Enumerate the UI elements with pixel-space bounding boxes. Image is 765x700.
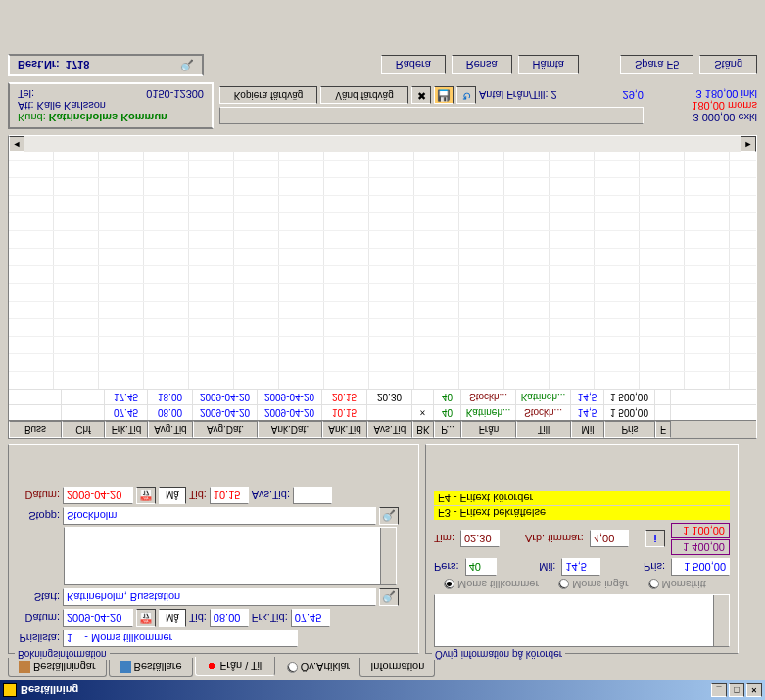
tab-bestallningar[interactable]: Beställningar [8,658,107,677]
scroll-right-icon[interactable]: ► [741,136,756,152]
avstid-input[interactable] [293,487,332,504]
scroll-left-icon[interactable]: ◄ [9,136,24,152]
column-header[interactable]: F [655,421,671,438]
cell: Katrineh... [461,405,516,420]
cell: 18.00 [148,390,193,404]
info-textarea[interactable] [434,594,730,647]
bestnr-value: 1718 [66,60,89,71]
tab-information[interactable]: Information [359,658,435,677]
cell [62,390,105,404]
bestnr-label: Best.Nr: [18,60,60,71]
copy-route-button[interactable]: Kopiera färdväg [219,87,317,105]
column-header[interactable]: Ank.Dat. [258,421,322,438]
column-header[interactable]: Avg.Dat. [193,421,258,438]
weekday-button[interactable]: Må [159,609,186,627]
h-scrollbar[interactable]: ◄ ► [9,136,756,152]
weekday-button[interactable]: Må [159,487,186,504]
footer: Kund: Katrineholms Kommun Att: Kalle Kar… [0,78,765,133]
tim-input[interactable] [460,531,500,548]
table-row[interactable]: 07.4508.002009-04-202009-04-2010.15×40Ka… [9,404,756,420]
radio-icon [558,580,569,590]
cell: 1 500,00 [604,390,655,404]
maximize-button[interactable]: □ [729,683,744,697]
frktid-input[interactable] [291,609,330,627]
radera-button[interactable]: Radera [381,56,446,75]
pers-label: Pers: [434,561,459,573]
table-row[interactable]: 17.4518.002009-04-202009-04-2020.1520.30… [9,389,756,404]
grid-header: BussChfFrk.TidAvg.TidAvg.Dat.Ank.Dat.Ank… [9,420,756,438]
antal-label: Antal Från/Till: 2 [479,90,557,102]
column-header[interactable]: Buss [9,421,62,438]
tab-fran-till[interactable]: Från \ Till [195,657,275,676]
total-inkl: 3 180,00 inkl [649,88,757,100]
datum2-input[interactable] [63,487,133,504]
tid1-input[interactable] [210,609,249,627]
arrow-icon [206,660,217,672]
scrollbar[interactable] [713,595,729,646]
cell: 14,5 [571,390,604,404]
save-icon[interactable]: 💾 [434,87,454,105]
arb-input[interactable] [590,531,629,548]
calendar-icon[interactable]: 📅 [136,609,156,627]
cell [655,405,671,420]
cell: 1 500,00 [604,405,655,420]
price-box2: 1 100,00 [671,523,730,538]
column-header[interactable]: Mil [571,421,604,438]
tool-icon[interactable]: ✖ [411,87,431,105]
att-value: Kalle Karlsson [37,100,106,112]
minimize-button[interactable]: _ [711,683,727,697]
kund-value: Katrineholms Kommun [49,112,167,123]
tid2-label: Tid: [189,490,207,501]
prislista-input[interactable] [63,630,298,647]
column-header[interactable]: Ank.Tid [322,421,367,438]
refresh-icon[interactable]: ↻ [456,87,476,105]
radio-ov-artiklar[interactable]: Öv.Artiklar [287,658,351,677]
spara-button[interactable]: Spara F5 [620,56,693,75]
datum1-input[interactable] [63,609,133,627]
stopp-input[interactable] [63,507,376,525]
mil-total: 29,0 [623,90,644,102]
lookup-icon[interactable]: 🔍 [379,507,399,525]
tid2-input[interactable] [210,487,249,504]
radio-momsfritt[interactable]: Momsfritt [648,579,706,590]
scrollbar[interactable] [380,528,396,584]
bestnr-box: Best.Nr: 1718 🔍 [8,54,204,76]
column-header[interactable]: Pris [604,421,655,438]
column-header[interactable]: Avs.Tid [367,421,412,438]
stang-button[interactable]: Stäng [699,56,757,75]
pris-input[interactable] [671,558,730,576]
mil-input[interactable] [561,558,600,576]
cell: 10.15 [322,405,367,420]
pris-label: Pris: [644,561,665,573]
info-icon[interactable]: i [645,531,665,548]
panel-title: Bokningsinformation [15,649,110,660]
column-header[interactable]: Till [516,421,571,438]
radio-moms-tillkommer[interactable]: Moms tillkommer [444,579,539,590]
f3-hint: F3 - Fritext bekräftelse [434,506,730,520]
tab-bestallare[interactable]: Beställare [109,658,193,677]
calendar-icon[interactable]: 📅 [136,487,156,504]
tel-value: 0150-12300 [146,88,204,100]
total-moms: 180,00 moms [649,100,757,112]
start-input[interactable] [63,588,376,606]
pers-input[interactable] [465,558,497,576]
start-textarea[interactable] [64,527,397,585]
column-header[interactable]: BK [412,421,434,438]
column-header[interactable]: Från [461,421,516,438]
scroll-track[interactable] [24,136,741,152]
radio-moms-ingar[interactable]: Moms ingår [558,579,628,590]
tid-label: Tid: [189,612,207,624]
lookup-icon[interactable]: 🔍 [379,588,399,606]
hamta-button[interactable]: Hämta [518,56,579,75]
cell: × [412,405,434,420]
column-header[interactable]: Avg.Tid [148,421,193,438]
lookup-icon[interactable]: 🔍 [180,59,194,71]
column-header[interactable]: P... [434,421,461,438]
close-button[interactable]: × [746,683,762,697]
column-header[interactable]: Chf [62,421,105,438]
reverse-route-button[interactable]: Vänd färdväg [320,87,408,105]
start-label: Start: [17,591,60,603]
frktid-label: Frk.Tid: [252,612,288,624]
rensa-button[interactable]: Rensa [452,56,512,75]
column-header[interactable]: Frk.Tid [105,421,148,438]
